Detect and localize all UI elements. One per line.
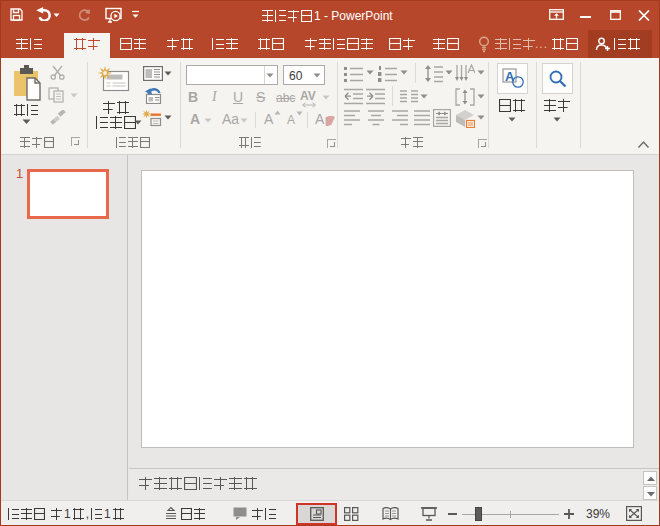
svg-text:A: A <box>505 69 515 84</box>
